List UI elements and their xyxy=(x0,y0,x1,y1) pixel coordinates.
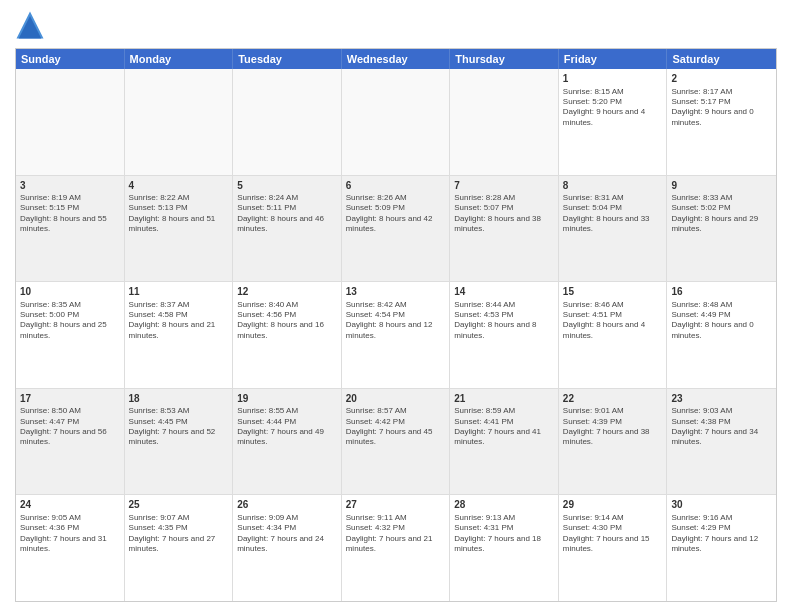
calendar-cell: 2Sunrise: 8:17 AM Sunset: 5:17 PM Daylig… xyxy=(667,69,776,175)
day-info: Sunrise: 8:15 AM Sunset: 5:20 PM Dayligh… xyxy=(563,87,663,129)
day-number: 27 xyxy=(346,498,446,512)
day-number: 19 xyxy=(237,392,337,406)
header-day-thursday: Thursday xyxy=(450,49,559,69)
calendar-cell xyxy=(16,69,125,175)
calendar-cell: 29Sunrise: 9:14 AM Sunset: 4:30 PM Dayli… xyxy=(559,495,668,601)
calendar-cell: 18Sunrise: 8:53 AM Sunset: 4:45 PM Dayli… xyxy=(125,389,234,495)
calendar-cell: 10Sunrise: 8:35 AM Sunset: 5:00 PM Dayli… xyxy=(16,282,125,388)
day-number: 21 xyxy=(454,392,554,406)
calendar-row-2: 3Sunrise: 8:19 AM Sunset: 5:15 PM Daylig… xyxy=(16,176,776,283)
day-info: Sunrise: 9:03 AM Sunset: 4:38 PM Dayligh… xyxy=(671,406,772,448)
day-info: Sunrise: 8:17 AM Sunset: 5:17 PM Dayligh… xyxy=(671,87,772,129)
calendar-cell: 12Sunrise: 8:40 AM Sunset: 4:56 PM Dayli… xyxy=(233,282,342,388)
day-number: 20 xyxy=(346,392,446,406)
calendar-row-5: 24Sunrise: 9:05 AM Sunset: 4:36 PM Dayli… xyxy=(16,495,776,601)
calendar-cell xyxy=(450,69,559,175)
day-number: 26 xyxy=(237,498,337,512)
day-info: Sunrise: 9:11 AM Sunset: 4:32 PM Dayligh… xyxy=(346,513,446,555)
day-number: 7 xyxy=(454,179,554,193)
day-info: Sunrise: 8:46 AM Sunset: 4:51 PM Dayligh… xyxy=(563,300,663,342)
calendar-cell: 14Sunrise: 8:44 AM Sunset: 4:53 PM Dayli… xyxy=(450,282,559,388)
calendar-row-1: 1Sunrise: 8:15 AM Sunset: 5:20 PM Daylig… xyxy=(16,69,776,176)
calendar-body: 1Sunrise: 8:15 AM Sunset: 5:20 PM Daylig… xyxy=(16,69,776,601)
day-number: 16 xyxy=(671,285,772,299)
calendar-cell xyxy=(342,69,451,175)
day-number: 10 xyxy=(20,285,120,299)
day-number: 5 xyxy=(237,179,337,193)
logo xyxy=(15,10,49,40)
calendar-cell: 19Sunrise: 8:55 AM Sunset: 4:44 PM Dayli… xyxy=(233,389,342,495)
calendar-cell: 13Sunrise: 8:42 AM Sunset: 4:54 PM Dayli… xyxy=(342,282,451,388)
day-info: Sunrise: 8:24 AM Sunset: 5:11 PM Dayligh… xyxy=(237,193,337,235)
day-number: 29 xyxy=(563,498,663,512)
day-number: 1 xyxy=(563,72,663,86)
calendar-cell: 15Sunrise: 8:46 AM Sunset: 4:51 PM Dayli… xyxy=(559,282,668,388)
calendar-cell: 7Sunrise: 8:28 AM Sunset: 5:07 PM Daylig… xyxy=(450,176,559,282)
day-info: Sunrise: 8:26 AM Sunset: 5:09 PM Dayligh… xyxy=(346,193,446,235)
day-info: Sunrise: 8:22 AM Sunset: 5:13 PM Dayligh… xyxy=(129,193,229,235)
day-info: Sunrise: 8:31 AM Sunset: 5:04 PM Dayligh… xyxy=(563,193,663,235)
day-number: 8 xyxy=(563,179,663,193)
calendar-cell: 20Sunrise: 8:57 AM Sunset: 4:42 PM Dayli… xyxy=(342,389,451,495)
calendar-cell: 22Sunrise: 9:01 AM Sunset: 4:39 PM Dayli… xyxy=(559,389,668,495)
calendar-row-4: 17Sunrise: 8:50 AM Sunset: 4:47 PM Dayli… xyxy=(16,389,776,496)
day-info: Sunrise: 9:14 AM Sunset: 4:30 PM Dayligh… xyxy=(563,513,663,555)
header-day-friday: Friday xyxy=(559,49,668,69)
calendar-header: SundayMondayTuesdayWednesdayThursdayFrid… xyxy=(16,49,776,69)
day-number: 15 xyxy=(563,285,663,299)
calendar-cell: 27Sunrise: 9:11 AM Sunset: 4:32 PM Dayli… xyxy=(342,495,451,601)
day-info: Sunrise: 9:13 AM Sunset: 4:31 PM Dayligh… xyxy=(454,513,554,555)
day-info: Sunrise: 9:09 AM Sunset: 4:34 PM Dayligh… xyxy=(237,513,337,555)
calendar-row-3: 10Sunrise: 8:35 AM Sunset: 5:00 PM Dayli… xyxy=(16,282,776,389)
day-number: 13 xyxy=(346,285,446,299)
day-number: 17 xyxy=(20,392,120,406)
day-number: 23 xyxy=(671,392,772,406)
calendar-cell: 26Sunrise: 9:09 AM Sunset: 4:34 PM Dayli… xyxy=(233,495,342,601)
day-number: 24 xyxy=(20,498,120,512)
calendar-cell xyxy=(125,69,234,175)
day-info: Sunrise: 8:35 AM Sunset: 5:00 PM Dayligh… xyxy=(20,300,120,342)
day-info: Sunrise: 9:07 AM Sunset: 4:35 PM Dayligh… xyxy=(129,513,229,555)
day-info: Sunrise: 9:16 AM Sunset: 4:29 PM Dayligh… xyxy=(671,513,772,555)
calendar-cell: 9Sunrise: 8:33 AM Sunset: 5:02 PM Daylig… xyxy=(667,176,776,282)
day-info: Sunrise: 8:28 AM Sunset: 5:07 PM Dayligh… xyxy=(454,193,554,235)
calendar-cell xyxy=(233,69,342,175)
day-info: Sunrise: 8:42 AM Sunset: 4:54 PM Dayligh… xyxy=(346,300,446,342)
day-number: 30 xyxy=(671,498,772,512)
day-number: 12 xyxy=(237,285,337,299)
day-info: Sunrise: 8:33 AM Sunset: 5:02 PM Dayligh… xyxy=(671,193,772,235)
day-number: 9 xyxy=(671,179,772,193)
header xyxy=(15,10,777,40)
day-info: Sunrise: 9:01 AM Sunset: 4:39 PM Dayligh… xyxy=(563,406,663,448)
header-day-sunday: Sunday xyxy=(16,49,125,69)
day-info: Sunrise: 8:40 AM Sunset: 4:56 PM Dayligh… xyxy=(237,300,337,342)
calendar-cell: 6Sunrise: 8:26 AM Sunset: 5:09 PM Daylig… xyxy=(342,176,451,282)
header-day-tuesday: Tuesday xyxy=(233,49,342,69)
day-info: Sunrise: 8:37 AM Sunset: 4:58 PM Dayligh… xyxy=(129,300,229,342)
day-number: 2 xyxy=(671,72,772,86)
day-number: 3 xyxy=(20,179,120,193)
day-info: Sunrise: 8:57 AM Sunset: 4:42 PM Dayligh… xyxy=(346,406,446,448)
day-info: Sunrise: 9:05 AM Sunset: 4:36 PM Dayligh… xyxy=(20,513,120,555)
day-number: 4 xyxy=(129,179,229,193)
calendar-cell: 8Sunrise: 8:31 AM Sunset: 5:04 PM Daylig… xyxy=(559,176,668,282)
calendar-cell: 4Sunrise: 8:22 AM Sunset: 5:13 PM Daylig… xyxy=(125,176,234,282)
calendar-cell: 30Sunrise: 9:16 AM Sunset: 4:29 PM Dayli… xyxy=(667,495,776,601)
calendar-cell: 5Sunrise: 8:24 AM Sunset: 5:11 PM Daylig… xyxy=(233,176,342,282)
day-number: 25 xyxy=(129,498,229,512)
calendar-cell: 1Sunrise: 8:15 AM Sunset: 5:20 PM Daylig… xyxy=(559,69,668,175)
header-day-monday: Monday xyxy=(125,49,234,69)
logo-icon xyxy=(15,10,45,40)
calendar: SundayMondayTuesdayWednesdayThursdayFrid… xyxy=(15,48,777,602)
calendar-cell: 28Sunrise: 9:13 AM Sunset: 4:31 PM Dayli… xyxy=(450,495,559,601)
day-info: Sunrise: 8:55 AM Sunset: 4:44 PM Dayligh… xyxy=(237,406,337,448)
day-info: Sunrise: 8:50 AM Sunset: 4:47 PM Dayligh… xyxy=(20,406,120,448)
day-number: 28 xyxy=(454,498,554,512)
calendar-cell: 23Sunrise: 9:03 AM Sunset: 4:38 PM Dayli… xyxy=(667,389,776,495)
calendar-cell: 24Sunrise: 9:05 AM Sunset: 4:36 PM Dayli… xyxy=(16,495,125,601)
day-number: 6 xyxy=(346,179,446,193)
header-day-wednesday: Wednesday xyxy=(342,49,451,69)
calendar-cell: 11Sunrise: 8:37 AM Sunset: 4:58 PM Dayli… xyxy=(125,282,234,388)
day-info: Sunrise: 8:53 AM Sunset: 4:45 PM Dayligh… xyxy=(129,406,229,448)
calendar-cell: 25Sunrise: 9:07 AM Sunset: 4:35 PM Dayli… xyxy=(125,495,234,601)
